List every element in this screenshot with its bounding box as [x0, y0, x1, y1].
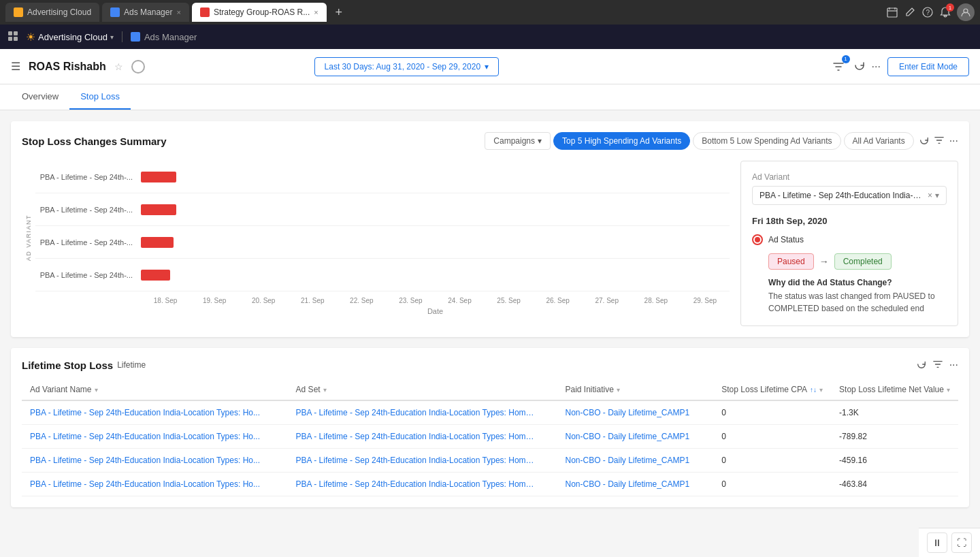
th-paid-initiative[interactable]: Paid Initiative ▾	[557, 379, 713, 400]
ad-variant-link-4[interactable]: PBA - Lifetime - Sep 24th-Education Indi…	[30, 479, 268, 489]
ad-set-link-3[interactable]: PBA - Lifetime - Sep 24th-Education Indi…	[296, 456, 534, 465]
app-bar-divider	[122, 31, 122, 42]
paid-initiative-link-1[interactable]: Non-CBO - Daily Lifetime_CAMP1	[565, 408, 705, 417]
bottom-toolbar: ⏸ ⛶	[919, 528, 980, 557]
chart-filter-icon[interactable]	[934, 136, 944, 147]
tab-close-ads-manager[interactable]: ×	[176, 8, 180, 16]
tab-add-button[interactable]: +	[329, 3, 348, 22]
chart-wrapper: AD VARIANT PBA - Lifetime - Sep 24th-...…	[22, 161, 958, 326]
td-paid-initiative-1: Non-CBO - Daily Lifetime_CAMP1	[557, 400, 713, 425]
x-tick-9: 27. Sep	[583, 297, 632, 304]
chart-refresh-icon[interactable]	[919, 136, 929, 147]
campaigns-filter[interactable]: Campaigns ▾	[485, 132, 551, 150]
ad-variant-chevron-icon[interactable]: ▾	[935, 191, 939, 200]
date-range-chevron-icon: ▾	[485, 62, 489, 71]
th-stop-loss-net-value[interactable]: Stop Loss Lifetime Net Value ▾	[831, 379, 958, 400]
enter-edit-mode-button[interactable]: Enter Edit Mode	[887, 57, 969, 76]
status-paused-badge: Paused	[768, 253, 814, 270]
section-title: Stop Loss Changes Summary	[22, 136, 167, 147]
chart-bar-area-4	[141, 268, 730, 282]
tab-close-strategy-group[interactable]: ×	[314, 8, 318, 16]
svg-rect-10	[14, 37, 18, 41]
chart-row-label-1: PBA - Lifetime - Sep 24th-...	[35, 173, 141, 181]
td-ad-set-3: PBA - Lifetime - Sep 24th-Education Indi…	[288, 449, 557, 473]
hamburger-icon[interactable]: ☰	[11, 60, 20, 73]
grid-icon[interactable]	[8, 31, 18, 43]
th-ad-set[interactable]: Ad Set ▾	[288, 379, 557, 400]
chart-row-label-2: PBA - Lifetime - Sep 24th-...	[35, 206, 141, 214]
filter-badge: 1	[842, 55, 850, 63]
tab-advertising-cloud[interactable]: Advertising Cloud	[5, 3, 99, 22]
paid-initiative-link-2[interactable]: Non-CBO - Daily Lifetime_CAMP1	[565, 432, 705, 441]
advertising-cloud-chevron: ▾	[110, 33, 114, 41]
expand-toolbar-icon[interactable]: ⛶	[951, 532, 972, 553]
user-avatar[interactable]	[957, 3, 975, 21]
td-net-value-4: -463.84	[831, 473, 958, 496]
paid-initiative-link-3[interactable]: Non-CBO - Daily Lifetime_CAMP1	[565, 456, 705, 465]
table-title: Lifetime Stop Loss	[22, 360, 113, 371]
ad-variant-select[interactable]: PBA - Lifetime - Sep 24th-Education Indi…	[752, 186, 947, 205]
ad-set-link-4[interactable]: PBA - Lifetime - Sep 24th-Education Indi…	[296, 479, 534, 489]
chart-more-icon[interactable]: ···	[949, 135, 958, 147]
svg-rect-7	[8, 31, 12, 35]
ad-variant-clear-icon[interactable]: ×	[928, 191, 932, 200]
notification-badge: 1	[946, 3, 954, 12]
chart-bar-2	[141, 204, 176, 215]
filter-icon[interactable]: 1	[830, 58, 847, 76]
svg-text:?: ?	[926, 9, 930, 16]
th-stop-loss-cpa[interactable]: Stop Loss Lifetime CPA ↑↓ ▾	[713, 379, 831, 400]
campaigns-chevron-icon: ▾	[538, 136, 542, 146]
favorite-star-icon[interactable]: ☆	[114, 61, 123, 72]
table-filter-icon[interactable]	[933, 360, 943, 371]
x-axis-label: Date	[35, 307, 730, 315]
table-refresh-icon[interactable]	[917, 360, 926, 371]
x-tick-8: 26. Sep	[534, 297, 583, 304]
x-tick-11: 29. Sep	[681, 297, 730, 304]
svg-rect-9	[8, 37, 12, 41]
ad-status-label: Ad Status	[768, 235, 804, 244]
ad-variant-link-2[interactable]: PBA - Lifetime - Sep 24th-Education Indi…	[30, 432, 268, 441]
y-axis-label: AD VARIANT	[25, 214, 32, 261]
section-header: Stop Loss Changes Summary Campaigns ▾ To…	[22, 132, 958, 150]
tab-ads-manager[interactable]: Ads Manager ×	[102, 3, 189, 22]
th-ad-variant-name[interactable]: Ad Variant Name ▾	[22, 379, 288, 400]
td-paid-initiative-4: Non-CBO - Daily Lifetime_CAMP1	[557, 473, 713, 496]
more-options-icon[interactable]: ···	[872, 61, 881, 73]
ad-variant-link-1[interactable]: PBA - Lifetime - Sep 24th-Education Indi…	[30, 408, 268, 417]
th-chevron-net-value: ▾	[947, 386, 950, 394]
advertising-cloud-link[interactable]: ☀ Advertising Cloud ▾	[26, 31, 114, 44]
ads-manager-icon	[131, 32, 140, 42]
td-cpa-3: 0	[713, 449, 831, 473]
edit-icon[interactable]	[904, 6, 916, 18]
all-pill[interactable]: All Ad Variants	[844, 132, 914, 150]
td-cpa-1: 0	[713, 400, 831, 425]
calendar-icon[interactable]	[886, 6, 898, 18]
ad-variant-link-3[interactable]: PBA - Lifetime - Sep 24th-Education Indi…	[30, 456, 268, 465]
notification-icon[interactable]: 1	[939, 6, 951, 18]
table-more-icon[interactable]: ···	[949, 359, 958, 371]
ads-manager-label: Ads Manager	[144, 32, 197, 42]
refresh-icon[interactable]	[854, 60, 865, 73]
paid-initiative-link-4[interactable]: Non-CBO - Daily Lifetime_CAMP1	[565, 479, 705, 489]
td-ad-set-2: PBA - Lifetime - Sep 24th-Education Indi…	[288, 425, 557, 449]
ad-variant-select-value: PBA - Lifetime - Sep 24th-Education Indi…	[760, 191, 923, 200]
tab-label-ads-manager: Ads Manager	[124, 7, 172, 17]
bottom5-pill[interactable]: Bottom 5 Low Spending Ad Variants	[693, 132, 840, 150]
x-axis-ticks: 18. Sep 19. Sep 20. Sep 21. Sep 22. Sep …	[35, 297, 730, 304]
tab-overview[interactable]: Overview	[11, 84, 69, 110]
td-ad-variant-1: PBA - Lifetime - Sep 24th-Education Indi…	[22, 400, 288, 425]
ad-set-link-1[interactable]: PBA - Lifetime - Sep 24th-Education Indi…	[296, 408, 534, 417]
pause-toolbar-icon[interactable]: ⏸	[927, 532, 947, 553]
app-bar: ☀ Advertising Cloud ▾ Ads Manager	[0, 25, 980, 49]
status-completed-badge: Completed	[834, 253, 892, 270]
ads-manager-app-tab[interactable]: Ads Manager	[131, 32, 197, 42]
tab-stop-loss[interactable]: Stop Loss	[69, 84, 131, 110]
top5-pill[interactable]: Top 5 High Spending Ad Variants	[553, 132, 690, 150]
x-tick-10: 28. Sep	[632, 297, 681, 304]
td-net-value-2: -789.82	[831, 425, 958, 449]
ad-set-link-2[interactable]: PBA - Lifetime - Sep 24th-Education Indi…	[296, 432, 534, 441]
date-range-button[interactable]: Last 30 Days: Aug 31, 2020 - Sep 29, 202…	[314, 57, 500, 76]
tab-strategy-group[interactable]: Strategy Group-ROAS R... ×	[192, 3, 327, 22]
help-icon[interactable]: ?	[921, 6, 934, 18]
ad-status-radio[interactable]	[752, 234, 763, 245]
